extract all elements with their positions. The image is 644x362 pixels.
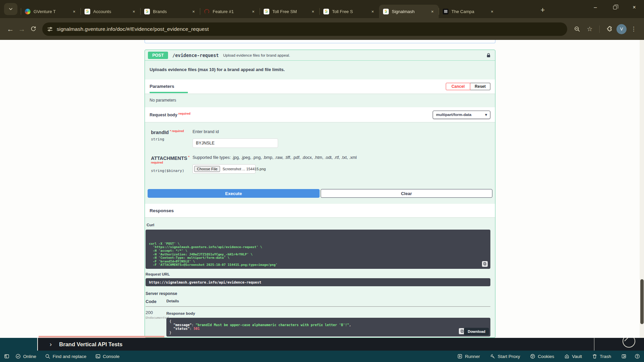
tab-strip: GVenture T × Accounts × Brands × Feature… xyxy=(21,3,498,18)
tab-favicon xyxy=(204,9,210,14)
file-input[interactable]: Choose File Screenshot ... 154415.png xyxy=(193,164,256,174)
sidebar-toggle-button[interactable] xyxy=(4,354,9,359)
browser-tab[interactable]: Signalmash × xyxy=(379,5,439,18)
clipboard-icon xyxy=(460,329,464,333)
response-body-label: Response body xyxy=(166,311,195,315)
execute-button[interactable]: Execute xyxy=(148,189,320,198)
field-name: brandId* required xyxy=(151,129,193,135)
browser-tab[interactable]: Brands × xyxy=(140,5,200,18)
copy-curl-button[interactable] xyxy=(482,261,488,267)
clipboard-icon xyxy=(483,262,487,266)
tab-label: Signalmash xyxy=(392,9,429,14)
lock-icon[interactable] xyxy=(486,53,491,58)
browser-tab[interactable]: Toll Free SM × xyxy=(260,5,319,18)
reload-button[interactable] xyxy=(28,23,39,35)
find-and-replace-button[interactable]: Find and replace xyxy=(45,354,87,359)
help-icon xyxy=(635,354,640,359)
endpoint-path: /evidence-request xyxy=(172,53,219,58)
console-button[interactable]: Console xyxy=(95,354,120,359)
tab-close-icon[interactable]: × xyxy=(71,8,77,14)
browser-titlebar: GVenture T × Accounts × Brands × Feature… xyxy=(0,0,644,18)
request-body-header: Request bodyrequired multipart/form-data… xyxy=(145,107,495,122)
bookmark-button[interactable]: ☆ xyxy=(584,23,595,35)
tab-close-icon[interactable]: × xyxy=(429,8,435,14)
partial-circle-icon xyxy=(623,338,635,348)
curl-command: curl -X 'POST' \ 'https://signalmash.gve… xyxy=(146,230,490,269)
reset-button[interactable]: Reset xyxy=(470,83,490,90)
tab-search-button[interactable] xyxy=(4,3,17,15)
cookies-button[interactable]: Cookies xyxy=(530,354,554,359)
extensions-button[interactable] xyxy=(604,23,615,35)
split-panel-icon xyxy=(621,354,627,359)
tab-favicon xyxy=(144,9,150,14)
profile-avatar[interactable]: V xyxy=(616,24,627,34)
postman-status-bar: Online Find and replace Console Runner S… xyxy=(0,351,644,362)
trash-label: Trash xyxy=(600,354,611,359)
start-proxy-button[interactable]: Start Proxy xyxy=(490,354,520,359)
trash-button[interactable]: Trash xyxy=(592,354,611,359)
browser-tab[interactable]: Accounts × xyxy=(80,5,140,18)
browser-tab[interactable]: The Campa × xyxy=(439,5,498,18)
response-body-wrap: { "message": "brandId Must be upper-case… xyxy=(166,318,490,337)
address-bar[interactable]: signalmash.gventure.info/doc/#/Evidence/… xyxy=(42,22,567,36)
endpoint-description: Uploads evidence files (max 10) for a br… xyxy=(145,61,495,79)
field-hint: Enter brand id xyxy=(193,129,490,134)
runner-button[interactable]: Runner xyxy=(457,354,480,359)
tab-close-icon[interactable]: × xyxy=(370,8,376,14)
tab-favicon xyxy=(264,9,269,14)
back-button[interactable]: ← xyxy=(5,23,16,35)
panel-layout-button[interactable] xyxy=(621,354,627,359)
tab-favicon xyxy=(443,9,448,14)
tab-close-icon[interactable]: × xyxy=(131,8,137,14)
status-note: Undocumented xyxy=(146,316,166,319)
online-status[interactable]: Online xyxy=(15,354,36,359)
browser-tab[interactable]: Feature #1 × xyxy=(200,5,260,18)
tab-label: Toll Free S xyxy=(332,9,370,14)
download-button[interactable]: Download xyxy=(464,328,489,335)
tab-close-icon[interactable]: × xyxy=(250,8,256,14)
puzzle-icon xyxy=(606,26,613,32)
tab-favicon xyxy=(25,9,31,14)
curl-line: -H 'Content-Type: multipart/form-data' \ xyxy=(149,256,487,260)
server-response-row: 200 Undocumented Response body { "messag… xyxy=(146,310,490,338)
tab-close-icon[interactable]: × xyxy=(489,8,495,14)
partial-element xyxy=(39,336,164,338)
close-button[interactable]: × xyxy=(625,0,644,15)
site-settings-icon[interactable] xyxy=(47,26,53,32)
field-hint: Supported file types: .jpg, .jpeg, .png,… xyxy=(193,155,490,160)
curl-line: 'https://signalmash.gventure.info/api/ev… xyxy=(149,245,487,249)
url-text[interactable]: signalmash.gventure.info/doc/#/Evidence/… xyxy=(57,26,209,32)
tab-close-icon[interactable]: × xyxy=(191,8,197,14)
zoom-button[interactable] xyxy=(571,23,583,35)
tab-parameters[interactable]: Parameters xyxy=(150,84,174,89)
vault-button[interactable]: Vault xyxy=(564,354,582,359)
forward-button[interactable]: → xyxy=(16,23,28,35)
collection-row[interactable]: › Brand Vertical API Tests xyxy=(50,338,122,351)
brand-id-input[interactable]: BYJNSLE xyxy=(193,138,278,148)
trash-icon xyxy=(592,354,597,359)
post-evidence-request-block: POST /evidence-request Upload evidence f… xyxy=(145,50,495,338)
endpoint-header[interactable]: POST /evidence-request Upload evidence f… xyxy=(145,50,495,61)
clear-button[interactable]: Clear xyxy=(321,189,493,198)
tab-close-icon[interactable]: × xyxy=(310,8,316,14)
choose-file-button[interactable]: Choose File xyxy=(194,166,220,172)
execute-row: Execute Clear xyxy=(145,189,495,198)
chosen-file-name: Screenshot ... 154415.png xyxy=(222,167,266,171)
panel-divider xyxy=(594,338,594,351)
minimize-button[interactable]: – xyxy=(586,0,605,15)
browser-tab[interactable]: Toll Free S × xyxy=(319,5,379,18)
online-label: Online xyxy=(23,354,36,359)
help-button[interactable] xyxy=(635,354,640,359)
content-type-select[interactable]: multipart/form-data ▾ xyxy=(433,111,490,119)
tab-favicon xyxy=(85,9,90,14)
chevron-right-icon[interactable]: › xyxy=(50,341,52,348)
browser-tab[interactable]: GVenture T × xyxy=(21,5,80,18)
cookie-icon xyxy=(530,354,535,359)
scrollbar-thumb[interactable] xyxy=(640,279,644,324)
restore-button[interactable] xyxy=(605,0,625,15)
status-code: 200 xyxy=(146,310,166,315)
cancel-button[interactable]: Cancel xyxy=(446,83,470,90)
tab-label: The Campa xyxy=(451,9,489,14)
menu-button[interactable]: ⋮ xyxy=(628,23,639,35)
new-tab-button[interactable]: + xyxy=(538,5,547,15)
